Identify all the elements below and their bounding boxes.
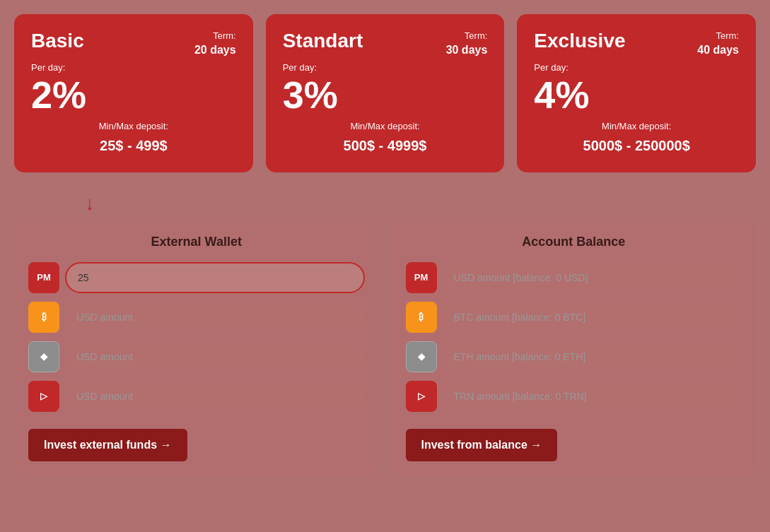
plan-percent-standart: 3% bbox=[283, 76, 488, 114]
plan-term-standart: Term: 30 days bbox=[446, 30, 488, 59]
account-balance-panel: Account Balance PM₿◆▷ Invest from balanc… bbox=[392, 218, 757, 475]
badge-balance-inputs-btc: ₿ bbox=[406, 302, 437, 333]
badge-external-inputs-pm: PM bbox=[28, 262, 59, 293]
arrow-indicator: ↓ bbox=[14, 194, 756, 213]
plan-percent-basic: 2% bbox=[31, 76, 236, 114]
input-field-external-inputs-trn[interactable] bbox=[65, 381, 365, 412]
input-row-external-inputs-btc: ₿ bbox=[28, 302, 365, 333]
plan-perday-label-standart: Per day: bbox=[283, 62, 488, 73]
input-field-external-inputs-eth[interactable] bbox=[65, 341, 365, 372]
plan-minmax-exclusive: Min/Max deposit: 5000$ - 250000$ bbox=[534, 119, 739, 157]
plan-title-basic: Basic bbox=[31, 30, 84, 52]
input-row-balance-inputs-btc: ₿ bbox=[406, 302, 742, 333]
plan-title-standart: Standart bbox=[283, 30, 363, 52]
external-wallet-title: External Wallet bbox=[28, 235, 365, 249]
input-field-balance-inputs-trn[interactable] bbox=[443, 381, 742, 412]
external-wallet-panel: External Wallet PM₿◆▷ Invest external fu… bbox=[14, 218, 379, 475]
arrow-down-icon: ↓ bbox=[85, 194, 95, 213]
input-row-external-inputs-trn: ▷ bbox=[28, 381, 365, 412]
input-field-balance-inputs-btc[interactable] bbox=[443, 302, 742, 333]
plan-card-exclusive[interactable]: Exclusive Term: 40 days Per day: 4% Min/… bbox=[517, 14, 756, 172]
account-balance-btn-row: Invest from balance → bbox=[406, 422, 742, 461]
input-field-balance-inputs-pm[interactable] bbox=[443, 262, 742, 293]
plan-title-exclusive: Exclusive bbox=[534, 30, 625, 52]
badge-balance-inputs-trn: ▷ bbox=[406, 381, 437, 412]
input-row-external-inputs-pm: PM bbox=[28, 262, 365, 293]
invest-balance-button[interactable]: Invest from balance → bbox=[406, 429, 558, 461]
plan-minmax-basic: Min/Max deposit: 25$ - 499$ bbox=[31, 119, 236, 157]
badge-external-inputs-eth: ◆ bbox=[28, 341, 59, 372]
external-wallet-btn-row: Invest external funds → bbox=[28, 422, 365, 461]
input-field-balance-inputs-eth[interactable] bbox=[443, 341, 742, 372]
plan-term-exclusive: Term: 40 days bbox=[697, 30, 739, 59]
input-row-external-inputs-eth: ◆ bbox=[28, 341, 365, 372]
bottom-panels: External Wallet PM₿◆▷ Invest external fu… bbox=[14, 218, 756, 475]
account-balance-title: Account Balance bbox=[406, 235, 742, 249]
plan-term-basic: Term: 20 days bbox=[194, 30, 236, 59]
badge-balance-inputs-pm: PM bbox=[406, 262, 437, 293]
input-field-external-inputs-pm[interactable] bbox=[65, 262, 365, 293]
plan-card-basic[interactable]: Basic Term: 20 days Per day: 2% Min/Max … bbox=[14, 14, 253, 172]
input-row-balance-inputs-eth: ◆ bbox=[406, 341, 742, 372]
plans-row: Basic Term: 20 days Per day: 2% Min/Max … bbox=[14, 14, 756, 172]
plan-perday-label-basic: Per day: bbox=[31, 62, 236, 73]
badge-external-inputs-btc: ₿ bbox=[28, 302, 59, 333]
invest-external-button[interactable]: Invest external funds → bbox=[28, 429, 187, 461]
input-row-balance-inputs-trn: ▷ bbox=[406, 381, 742, 412]
account-balance-inputs: PM₿◆▷ bbox=[406, 262, 742, 412]
input-field-external-inputs-btc[interactable] bbox=[65, 302, 365, 333]
plan-percent-exclusive: 4% bbox=[534, 76, 739, 114]
badge-balance-inputs-eth: ◆ bbox=[406, 341, 437, 372]
external-wallet-inputs: PM₿◆▷ bbox=[28, 262, 365, 412]
plan-perday-label-exclusive: Per day: bbox=[534, 62, 739, 73]
badge-external-inputs-trn: ▷ bbox=[28, 381, 59, 412]
plan-minmax-standart: Min/Max deposit: 500$ - 4999$ bbox=[283, 119, 488, 157]
plan-card-standart[interactable]: Standart Term: 30 days Per day: 3% Min/M… bbox=[266, 14, 505, 172]
input-row-balance-inputs-pm: PM bbox=[406, 262, 742, 293]
